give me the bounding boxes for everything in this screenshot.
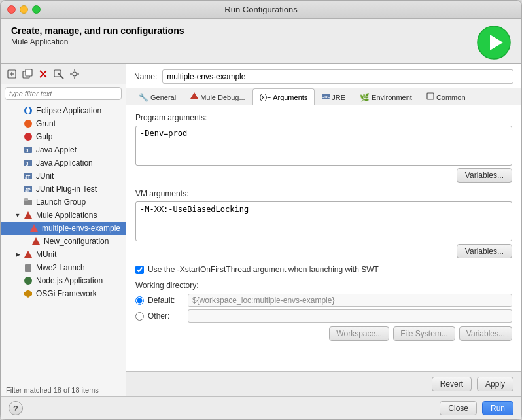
- program-args-textarea[interactable]: -Denv=prod: [136, 126, 512, 163]
- arguments-tab-content: Program arguments: -Denv=prod Variables.…: [126, 105, 521, 371]
- expander-icon: [14, 185, 22, 193]
- svg-marker-37: [190, 92, 198, 99]
- tree-item-java-app[interactable]: J Java Application: [1, 156, 126, 169]
- filter-config-button[interactable]: [52, 67, 66, 81]
- jre-tab-icon: JRE: [322, 92, 330, 102]
- configure-button[interactable]: [67, 67, 82, 81]
- tree-label-multiple-envs: multiple-envs-example: [42, 224, 120, 233]
- tree-label-nodejs: Node.js Application: [36, 276, 103, 285]
- duplicate-config-button[interactable]: [20, 67, 35, 81]
- other-radio[interactable]: [135, 312, 144, 321]
- svg-rect-34: [25, 264, 31, 272]
- footer-right: Close Run: [440, 401, 513, 415]
- tab-jre[interactable]: JRE JRE: [315, 88, 353, 105]
- filter-status: Filter matched 18 of 18 items: [1, 383, 126, 396]
- minimize-window-button[interactable]: [20, 5, 28, 14]
- workspace-button[interactable]: Workspace...: [329, 326, 389, 341]
- delete-config-button[interactable]: [36, 67, 50, 81]
- swt-checkbox-label: Use the -XstartOnFirstThread argument wh…: [148, 265, 379, 274]
- tab-common[interactable]: Common: [419, 88, 473, 105]
- tree-item-nodejs[interactable]: Node.js Application: [1, 274, 126, 287]
- default-radio-label: Default:: [148, 296, 184, 305]
- title-bar: Run Configurations: [1, 1, 521, 19]
- svg-text:J: J: [26, 148, 28, 154]
- tree-item-eclipse-app[interactable]: Eclipse Application: [1, 104, 126, 117]
- tree-item-grunt[interactable]: Grunt: [1, 117, 126, 130]
- tree-item-gulp[interactable]: Gulp: [1, 130, 126, 143]
- tree-label-launch-group: Launch Group: [36, 198, 86, 207]
- filter-input[interactable]: [5, 87, 122, 100]
- vm-args-wrapper: -M-XX:-UseBiasedLocking: [135, 201, 512, 241]
- tree-item-mule-apps[interactable]: ▼ Mule Applications: [1, 209, 126, 222]
- tree-label-junit-plugin: JUnit Plug-in Test: [36, 184, 97, 194]
- vm-args-textarea[interactable]: -M-XX:-UseBiasedLocking: [136, 202, 512, 239]
- header-left: Create, manage, and run configurations M…: [11, 26, 184, 46]
- tab-common-label: Common: [436, 94, 466, 101]
- toolbar: [1, 64, 126, 84]
- vm-variables-button[interactable]: Variables...: [457, 244, 512, 258]
- mule-apps-icon: [23, 210, 33, 220]
- filesystem-button[interactable]: File System...: [393, 326, 455, 341]
- run-button[interactable]: Run: [482, 401, 513, 415]
- tree-item-launch-group[interactable]: Launch Group: [1, 196, 126, 209]
- expander-icon: [20, 224, 27, 232]
- apply-button[interactable]: Apply: [477, 377, 513, 391]
- other-value-input[interactable]: [188, 309, 512, 323]
- radio-group: Default: Other:: [135, 294, 512, 323]
- expander-icon: [14, 264, 22, 271]
- tree-item-munit[interactable]: ▶ MUnit: [1, 248, 126, 261]
- mwe2-icon: [23, 262, 33, 273]
- tab-environment[interactable]: 🌿 Environment: [353, 88, 419, 105]
- expander-icon: [14, 120, 22, 128]
- mule-apps-expander-icon[interactable]: ▼: [14, 211, 22, 219]
- new-config-icon: [31, 236, 41, 247]
- expander-icon: [14, 159, 22, 167]
- tree-item-junit-plugin[interactable]: JP JUnit Plug-in Test: [1, 183, 126, 196]
- tree-item-multiple-envs[interactable]: multiple-envs-example: [1, 222, 126, 235]
- expander-icon: [14, 290, 22, 298]
- grunt-icon: [23, 118, 33, 129]
- svg-marker-33: [24, 251, 32, 258]
- tree-label-osgi: OSGi Framework: [36, 289, 97, 298]
- common-tab-icon: [426, 92, 434, 102]
- vm-args-label: VM arguments:: [135, 189, 512, 198]
- swt-checkbox[interactable]: [135, 266, 144, 274]
- eclipse-icon: [23, 105, 33, 116]
- new-config-button[interactable]: [5, 67, 19, 81]
- close-button[interactable]: Close: [440, 401, 477, 415]
- default-radio[interactable]: [135, 296, 144, 305]
- tab-general[interactable]: 🔧 General: [131, 88, 183, 105]
- tab-arguments-label: Arguments: [273, 94, 307, 101]
- java-app-icon: J: [23, 158, 33, 168]
- tab-mule-debug[interactable]: Mule Debug...: [183, 88, 252, 105]
- munit-expander-icon[interactable]: ▶: [14, 251, 22, 258]
- maximize-window-button[interactable]: [32, 5, 41, 14]
- osgi-icon: [23, 289, 33, 299]
- tree-item-osgi[interactable]: OSGi Framework: [1, 287, 126, 300]
- program-vars-row: Variables...: [135, 168, 512, 183]
- svg-point-19: [24, 133, 32, 141]
- close-window-button[interactable]: [7, 5, 16, 14]
- other-radio-label: Other:: [148, 311, 184, 321]
- program-args-wrapper: -Denv=prod: [135, 126, 512, 166]
- tree-item-java-applet[interactable]: J Java Applet: [1, 143, 126, 156]
- expander-icon: [14, 172, 22, 180]
- tab-arguments[interactable]: (x)= Arguments: [252, 88, 315, 105]
- svg-text:J: J: [26, 161, 28, 167]
- tree-label-java-app: Java Application: [36, 158, 93, 167]
- dir-buttons: Workspace... File System... Variables...: [135, 326, 512, 341]
- program-variables-button[interactable]: Variables...: [457, 168, 512, 183]
- left-panel: Eclipse Application Grunt: [1, 64, 126, 396]
- svg-point-17: [26, 107, 30, 114]
- svg-text:JT: JT: [25, 175, 31, 179]
- expander-icon: [14, 107, 22, 114]
- tree-item-mwe2[interactable]: Mwe2 Launch: [1, 261, 126, 274]
- tree-item-new-config[interactable]: New_configuration: [1, 235, 126, 248]
- dir-variables-button[interactable]: Variables...: [459, 326, 512, 341]
- name-input[interactable]: [162, 69, 513, 84]
- traffic-lights: [7, 5, 41, 14]
- revert-button[interactable]: Revert: [432, 377, 472, 391]
- tree-item-junit[interactable]: JT JUnit: [1, 169, 126, 183]
- footer: ? Close Run: [1, 396, 521, 419]
- help-button[interactable]: ?: [9, 401, 23, 415]
